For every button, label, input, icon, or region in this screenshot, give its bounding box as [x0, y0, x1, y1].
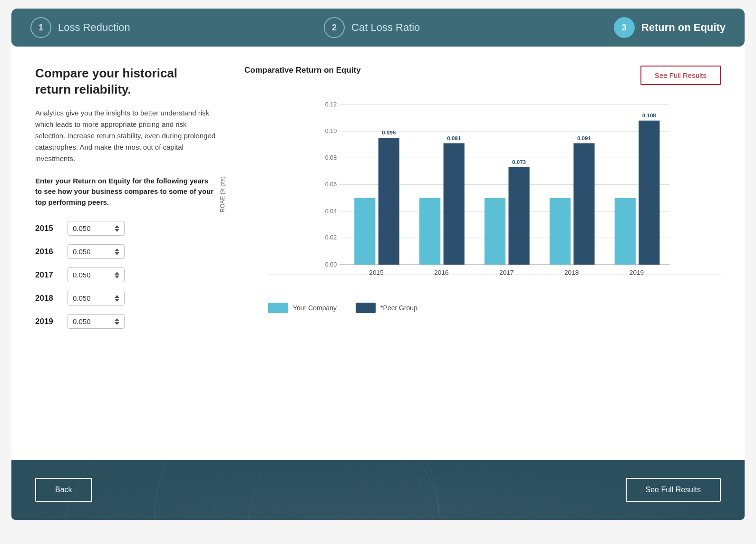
arrow-up-2015[interactable]: [115, 225, 119, 228]
chart-header: Comparative Return on Equity See Full Re…: [244, 66, 721, 85]
svg-text:2016: 2016: [434, 269, 448, 275]
svg-text:0.091: 0.091: [577, 135, 591, 141]
arrow-up-2016[interactable]: [115, 248, 119, 251]
step-3: 3 Return on Equity: [614, 17, 726, 38]
year-row-2016: 2016 0.050: [35, 244, 216, 259]
step-3-circle: 3: [614, 17, 635, 38]
spinner-2015[interactable]: [115, 225, 119, 232]
step-1-circle: 1: [30, 17, 51, 38]
bar-2016-your: [419, 198, 440, 265]
step-1-label: Loss Reduction: [58, 21, 130, 34]
svg-text:0.04: 0.04: [325, 208, 337, 215]
decoration-circle-3: [59, 460, 439, 520]
legend-peer-group: *Peer Group: [356, 303, 417, 313]
svg-text:0.10: 0.10: [325, 128, 337, 134]
legend-your-company: Your Company: [268, 303, 337, 313]
spinner-2019[interactable]: [115, 318, 119, 325]
year-label-2018: 2018: [35, 294, 59, 303]
step-1: 1 Loss Reduction: [30, 17, 130, 38]
bar-2015-your: [354, 198, 375, 265]
right-panel: Comparative Return on Equity See Full Re…: [244, 66, 721, 446]
year-value-2017: 0.050: [73, 271, 91, 279]
decoration-circle-1: [154, 460, 439, 520]
svg-text:0.05: 0.05: [555, 190, 566, 196]
description: Analytics give you the insights to bette…: [35, 107, 216, 164]
svg-text:0.108: 0.108: [642, 113, 657, 118]
svg-text:0.00: 0.00: [325, 261, 337, 268]
legend-swatch-peer-group: [356, 303, 376, 313]
step-2: 2 Cat Loss Ratio: [324, 17, 420, 38]
step-2-label: Cat Loss Ratio: [351, 21, 420, 34]
year-label-2019: 2019: [35, 317, 59, 326]
svg-text:0.091: 0.091: [447, 135, 461, 141]
svg-text:0.073: 0.073: [512, 159, 526, 165]
year-input-2015[interactable]: 0.050: [68, 221, 125, 236]
bar-2015-peer: [378, 138, 399, 265]
legend-label-your-company: Your Company: [293, 304, 337, 312]
bar-2016-peer: [444, 143, 465, 265]
svg-text:2018: 2018: [564, 269, 579, 275]
arrow-down-2017[interactable]: [115, 276, 119, 278]
decoration-circle-2: [249, 460, 439, 520]
year-label-2017: 2017: [35, 270, 59, 280]
year-value-2019: 0.050: [73, 317, 91, 325]
chart-title: Comparative Return on Equity: [244, 66, 361, 75]
chart-inner: 0.12 0.10 0.08 0.06 0.04 0.02 0.00 0.05 …: [268, 95, 721, 275]
svg-text:2017: 2017: [499, 269, 514, 275]
step-3-label: Return on Equity: [641, 21, 726, 34]
svg-text:0.095: 0.095: [382, 130, 396, 135]
year-label-2015: 2015: [35, 224, 59, 233]
arrow-down-2016[interactable]: [115, 252, 119, 255]
year-input-2016[interactable]: 0.050: [68, 244, 125, 259]
see-full-results-footer-button[interactable]: See Full Results: [626, 478, 721, 502]
header: 1 Loss Reduction 2 Cat Loss Ratio 3 Retu…: [11, 9, 745, 47]
svg-text:0.05: 0.05: [425, 190, 436, 196]
legend-swatch-your-company: [268, 303, 288, 313]
heading: Compare your historical return reliabili…: [35, 66, 216, 98]
spinner-2016[interactable]: [115, 248, 119, 255]
svg-text:2019: 2019: [630, 269, 644, 275]
footer-decoration: [11, 460, 745, 520]
arrow-up-2019[interactable]: [115, 318, 119, 321]
y-axis-label: ROAE (% pts): [219, 176, 226, 212]
spinner-2018[interactable]: [115, 295, 119, 302]
svg-text:0.12: 0.12: [325, 101, 337, 108]
back-button[interactable]: Back: [35, 478, 92, 502]
svg-text:0.05: 0.05: [490, 190, 501, 196]
left-panel: Compare your historical return reliabili…: [35, 66, 216, 446]
year-row-2019: 2019 0.050: [35, 314, 216, 329]
step-2-circle: 2: [324, 17, 345, 38]
bar-2018-your: [550, 198, 571, 265]
legend-label-peer-group: *Peer Group: [380, 304, 417, 312]
chart-container: ROAE (% pts) 0.12 0.10: [244, 95, 721, 294]
year-value-2018: 0.050: [73, 294, 91, 302]
see-full-results-top-button[interactable]: See Full Results: [640, 66, 721, 85]
bar-2019-peer: [639, 121, 659, 265]
svg-text:0.02: 0.02: [325, 234, 337, 241]
arrow-down-2015[interactable]: [115, 229, 119, 232]
svg-text:0.08: 0.08: [325, 154, 337, 161]
year-row-2015: 2015 0.050: [35, 221, 216, 236]
footer: Back See Full Results: [11, 460, 745, 520]
bar-2018-peer: [573, 143, 594, 265]
spinner-2017[interactable]: [115, 272, 119, 278]
bar-2017-peer: [508, 167, 529, 265]
year-row-2017: 2017 0.050: [35, 267, 216, 282]
prompt: Enter your Return on Equity for the foll…: [35, 176, 216, 208]
arrow-down-2019[interactable]: [115, 322, 119, 325]
year-input-2018[interactable]: 0.050: [68, 291, 125, 305]
arrow-up-2017[interactable]: [115, 272, 119, 275]
year-row-2018: 2018 0.050: [35, 291, 216, 305]
svg-text:0.05: 0.05: [359, 190, 370, 196]
svg-text:0.06: 0.06: [325, 181, 337, 188]
year-input-2017[interactable]: 0.050: [68, 267, 125, 282]
bar-2019-your: [615, 198, 636, 265]
svg-text:2015: 2015: [369, 269, 384, 275]
chart-svg: 0.12 0.10 0.08 0.06 0.04 0.02 0.00 0.05 …: [268, 95, 721, 275]
arrow-up-2018[interactable]: [115, 295, 119, 298]
main-content: Compare your historical return reliabili…: [11, 47, 745, 460]
arrow-down-2018[interactable]: [115, 299, 119, 302]
year-value-2016: 0.050: [73, 248, 91, 256]
legend: Your Company *Peer Group: [268, 303, 721, 313]
year-input-2019[interactable]: 0.050: [68, 314, 125, 329]
